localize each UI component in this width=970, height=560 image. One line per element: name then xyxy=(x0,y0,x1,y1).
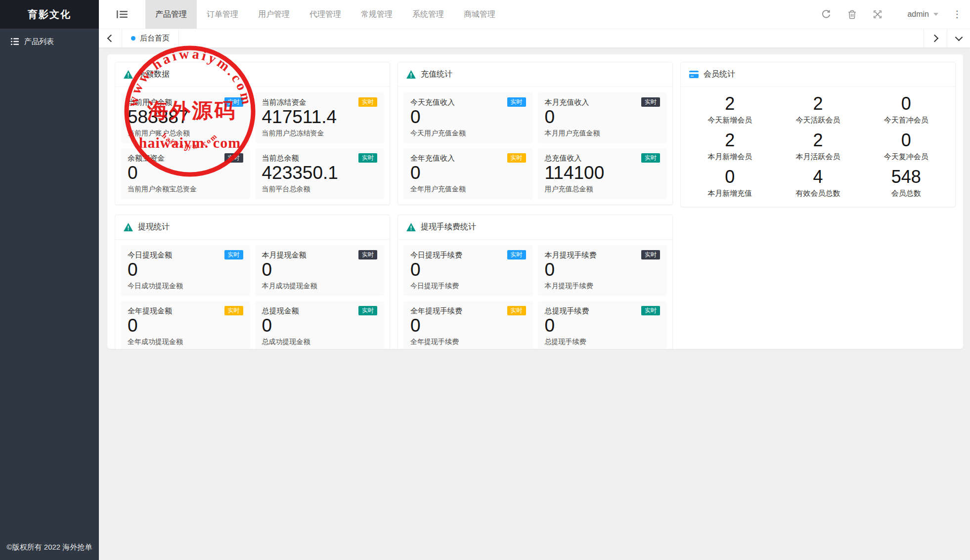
stat-value: 0 xyxy=(545,316,661,336)
member-stat: 548 会员总数 xyxy=(862,165,950,202)
member-stat-value: 2 xyxy=(774,94,862,113)
stat-value: 0 xyxy=(262,260,378,280)
member-stat-value: 0 xyxy=(862,131,950,150)
nav-tab-agent[interactable]: 代理管理 xyxy=(300,0,351,29)
member-stat: 2 今天活跃会员 xyxy=(774,92,862,129)
stat-value: 0 xyxy=(410,164,526,183)
nav-tab-product[interactable]: 产品管理 xyxy=(145,0,197,29)
stat-box: 今日提现金额 实时 0 今日成功提现金额 xyxy=(121,245,250,296)
stat-label: 总提现手续费 xyxy=(545,306,589,315)
tab-home-label: 后台首页 xyxy=(140,34,170,43)
realtime-badge: 实时 xyxy=(358,153,377,163)
realtime-badge: 实时 xyxy=(507,306,526,315)
tabs-scroll-right-button[interactable] xyxy=(924,29,947,47)
tab-home[interactable]: 后台首页 xyxy=(122,29,179,47)
realtime-badge: 实时 xyxy=(358,250,377,259)
nav-tab-mall[interactable]: 商城管理 xyxy=(454,0,505,29)
card-recharge: 充值统计 今天充值收入 实时 0 今天用户充值金额 本月充值收入 xyxy=(397,62,673,205)
stat-sublabel: 今日成功提现金额 xyxy=(128,282,243,290)
stat-sublabel: 今天用户充值金额 xyxy=(410,129,526,137)
nav-tab-order[interactable]: 订单管理 xyxy=(197,0,248,29)
stat-sublabel: 当前用户账户总余额 xyxy=(128,129,243,137)
realtime-badge: 实时 xyxy=(224,153,243,163)
tabs-scroll-left-button[interactable] xyxy=(99,29,122,47)
stat-sublabel: 全年成功提现金额 xyxy=(128,338,243,346)
stat-sublabel: 全年提现手续费 xyxy=(410,338,526,346)
realtime-badge: 实时 xyxy=(641,250,660,259)
member-stat-value: 548 xyxy=(862,168,950,186)
fullscreen-icon xyxy=(873,10,882,19)
member-stat: 4 有效会员总数 xyxy=(774,165,862,202)
member-stat: 2 本月新增会员 xyxy=(686,129,774,165)
sidebar-collapse-button[interactable] xyxy=(99,0,145,29)
stat-value: 114100 xyxy=(545,164,661,183)
card-fee: 提现手续费统计 今日提现手续费 实时 0 今日提现手续费 本月提现手续费 xyxy=(397,215,673,349)
member-stat-label: 本月新增充值 xyxy=(686,189,774,198)
stat-label: 今日提现手续费 xyxy=(410,250,462,259)
stat-value: 423350.1 xyxy=(262,164,378,183)
member-stat-value: 2 xyxy=(774,131,862,150)
username: admin xyxy=(907,10,929,19)
admin-dashboard: { "app": { "logo": "育影文化", "footer": "©版… xyxy=(0,0,970,560)
stat-sublabel: 本月成功提现金额 xyxy=(262,282,378,290)
stat-box: 本月充值收入 实时 0 本月用户充值金额 xyxy=(538,92,667,143)
sidebar-item-product-list[interactable]: 产品列表 xyxy=(0,29,99,54)
stat-label: 当前冻结资金 xyxy=(262,97,307,107)
realtime-badge: 实时 xyxy=(507,250,526,259)
credit-card-icon xyxy=(689,71,699,78)
warning-triangle-icon xyxy=(406,70,416,79)
member-stat-value: 2 xyxy=(686,94,774,113)
stat-label: 今日提现金额 xyxy=(128,250,172,259)
active-tab-dot-icon xyxy=(131,36,135,41)
list-icon xyxy=(11,38,19,45)
member-stat: 0 本月新增充值 xyxy=(686,165,774,202)
sidebar-item-label: 产品列表 xyxy=(24,37,54,46)
stat-box: 全年充值收入 实时 0 全年用户充值金额 xyxy=(403,148,533,199)
card-member: 会员统计 2 今天新增会员 2 今天活跃会员 0 今天首冲会员 xyxy=(680,62,956,207)
nav-tab-general[interactable]: 常规管理 xyxy=(351,0,402,29)
member-stat-value: 0 xyxy=(686,168,774,186)
card-fee-header: 提现手续费统计 xyxy=(398,215,672,240)
member-stat-value: 4 xyxy=(774,168,862,186)
card-title: 会员统计 xyxy=(704,69,735,80)
app-logo: 育影文化 xyxy=(0,0,99,29)
page-tabs-bar: 后台首页 xyxy=(99,29,970,48)
member-stat: 0 今天首冲会员 xyxy=(862,92,950,129)
member-stat-label: 会员总数 xyxy=(862,189,950,198)
member-stat: 2 今天新增会员 xyxy=(686,92,774,129)
member-stat-value: 0 xyxy=(862,94,950,113)
stat-box: 当前用户余额 实时 583387 当前用户账户总余额 xyxy=(121,92,250,143)
warning-triangle-icon xyxy=(406,223,416,231)
stat-label: 本月提现手续费 xyxy=(545,250,597,259)
more-menu-button[interactable]: ⋮ xyxy=(948,0,966,29)
main-nav: 产品管理 订单管理 用户管理 代理管理 常规管理 系统管理 商城管理 xyxy=(145,0,505,29)
stat-label: 总充值收入 xyxy=(545,153,582,163)
trash-icon xyxy=(848,10,856,19)
stat-value: 0 xyxy=(410,260,526,280)
realtime-badge: 实时 xyxy=(641,153,660,163)
member-stat: 0 今天复冲会员 xyxy=(862,129,950,165)
stat-value: 0 xyxy=(262,316,378,336)
stat-box: 总提现手续费 实时 0 总提现手续费 xyxy=(538,301,667,349)
member-stat-label: 本月活跃会员 xyxy=(774,152,862,162)
stat-sublabel: 本月用户充值金额 xyxy=(545,129,661,137)
nav-tab-system[interactable]: 系统管理 xyxy=(402,0,454,29)
fullscreen-button[interactable] xyxy=(865,0,890,29)
nav-tab-user[interactable]: 用户管理 xyxy=(248,0,300,29)
member-stat-value: 2 xyxy=(686,131,774,150)
refresh-button[interactable] xyxy=(813,0,839,29)
stat-sublabel: 全年用户充值金额 xyxy=(410,185,526,193)
stat-sublabel: 当前用户总冻结资金 xyxy=(262,129,378,137)
stat-value: 0 xyxy=(410,108,526,127)
content-area: 余额数据 当前用户余额 实时 583387 当前用户账户总余额 当前冻结资金 xyxy=(99,47,970,560)
tabs-menu-button[interactable] xyxy=(947,29,970,47)
stat-box: 当前冻结资金 实时 417511.4 当前用户总冻结资金 xyxy=(255,92,385,143)
dashboard-panel: 余额数据 当前用户余额 实时 583387 当前用户账户总余额 当前冻结资金 xyxy=(107,54,963,349)
chevron-down-icon xyxy=(933,13,938,16)
clear-cache-button[interactable] xyxy=(839,0,865,29)
refresh-icon xyxy=(821,9,831,19)
stat-value: 0 xyxy=(545,260,661,280)
user-menu[interactable]: admin xyxy=(890,10,948,19)
stat-box: 总充值收入 实时 114100 用户充值总金额 xyxy=(538,148,667,199)
stat-box: 当前总余额 实时 423350.1 当前平台总余额 xyxy=(255,148,385,199)
